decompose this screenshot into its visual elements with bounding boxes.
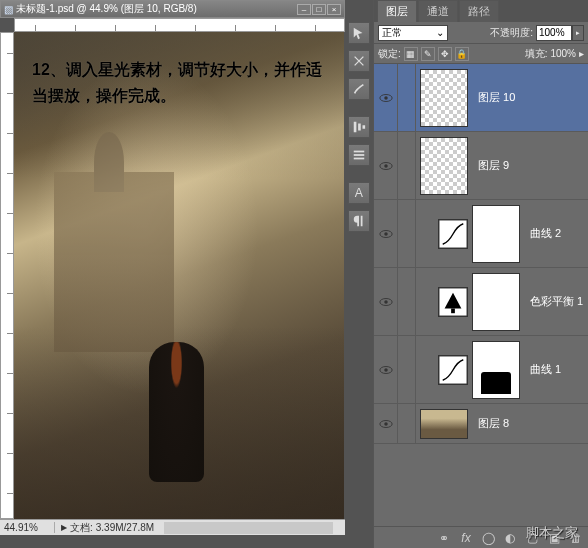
- layer-row[interactable]: 曲线 1: [374, 336, 588, 404]
- tab-channels[interactable]: 通道: [418, 0, 458, 22]
- layer-row[interactable]: 图层 8: [374, 404, 588, 444]
- canvas-instruction-text: 12、调入星光素材，调节好大小，并作适当摆放，操作完成。: [32, 57, 334, 108]
- brush-tool-icon[interactable]: [348, 78, 370, 100]
- horizontal-scrollbar[interactable]: [164, 522, 333, 534]
- visibility-toggle[interactable]: [374, 268, 398, 335]
- link-column[interactable]: [398, 404, 416, 443]
- chevron-down-icon: ⌄: [436, 27, 444, 38]
- document-statusbar: 44.91% ▶ 文档: 3.39M/27.8M: [0, 519, 345, 535]
- mask-thumbnail[interactable]: [472, 205, 520, 263]
- watermark-text: 脚本之家: [526, 524, 578, 542]
- file-info-label: 文档:: [70, 521, 93, 535]
- adjustment-icon[interactable]: [438, 355, 468, 385]
- panel-tabs: 图层 通道 路径: [374, 0, 588, 22]
- fill-arrow-icon[interactable]: ▸: [579, 48, 584, 59]
- tab-paths[interactable]: 路径: [459, 0, 499, 22]
- document-title: 未标题-1.psd @ 44.9% (图层 10, RGB/8): [16, 2, 297, 16]
- layers-panel: 图层 通道 路径 正常 ⌄ 不透明度: 100% ▸ 锁定: ▦ ✎ ✥ 🔒 填…: [373, 0, 588, 548]
- link-column[interactable]: [398, 268, 416, 335]
- link-column[interactable]: [398, 336, 416, 403]
- svg-point-22: [384, 422, 388, 426]
- layer-name[interactable]: 图层 8: [478, 416, 509, 431]
- mask-thumbnail[interactable]: [472, 273, 520, 331]
- svg-rect-4: [354, 154, 365, 156]
- panel-options-row: 正常 ⌄ 不透明度: 100% ▸: [374, 22, 588, 44]
- visibility-toggle[interactable]: [374, 64, 398, 131]
- link-column[interactable]: [398, 64, 416, 131]
- svg-point-8: [384, 96, 388, 100]
- lock-all-icon[interactable]: 🔒: [455, 47, 469, 61]
- svg-rect-1: [358, 124, 361, 131]
- svg-point-10: [384, 164, 388, 168]
- layer-name[interactable]: 曲线 2: [530, 226, 561, 241]
- align-tool-icon[interactable]: [348, 116, 370, 138]
- lock-transparency-icon[interactable]: ▦: [404, 47, 418, 61]
- opacity-input[interactable]: 100%: [536, 25, 572, 41]
- add-mask-icon[interactable]: ◯: [480, 530, 496, 546]
- link-layers-icon[interactable]: ⚭: [436, 530, 452, 546]
- visibility-toggle[interactable]: [374, 132, 398, 199]
- layer-thumbnail[interactable]: [420, 69, 468, 127]
- svg-text:A: A: [355, 186, 364, 200]
- document-titlebar: ▧ 未标题-1.psd @ 44.9% (图层 10, RGB/8) – □ ×: [0, 0, 345, 18]
- fill-input[interactable]: 100%: [550, 48, 576, 59]
- canvas-area[interactable]: 12、调入星光素材，调节好大小，并作适当摆放，操作完成。: [14, 32, 345, 519]
- adjustment-icon[interactable]: [438, 219, 468, 249]
- opacity-arrow-icon[interactable]: ▸: [572, 25, 584, 41]
- arrow-tool-icon[interactable]: [348, 22, 370, 44]
- blend-mode-value: 正常: [382, 26, 402, 40]
- layer-row[interactable]: 图层 9: [374, 132, 588, 200]
- layers-list: 图层 10 图层 9 曲线 2: [374, 64, 588, 526]
- layer-fx-icon[interactable]: fx: [458, 530, 474, 546]
- layer-name[interactable]: 色彩平衡 1: [530, 294, 583, 309]
- distribute-tool-icon[interactable]: [348, 144, 370, 166]
- layer-row[interactable]: 色彩平衡 1: [374, 268, 588, 336]
- layer-name[interactable]: 图层 9: [478, 158, 509, 173]
- fill-label: 填充:: [525, 47, 548, 61]
- blend-mode-select[interactable]: 正常 ⌄: [378, 25, 448, 41]
- vertical-ruler: [0, 32, 14, 519]
- file-info-value: 3.39M/27.8M: [96, 522, 154, 533]
- horizontal-ruler: [14, 18, 345, 32]
- paragraph-tool-icon[interactable]: [348, 210, 370, 232]
- lock-position-icon[interactable]: ✥: [438, 47, 452, 61]
- link-column[interactable]: [398, 200, 416, 267]
- tab-layers[interactable]: 图层: [377, 0, 417, 22]
- maximize-button[interactable]: □: [312, 4, 326, 15]
- canvas-image: 12、调入星光素材，调节好大小，并作适当摆放，操作完成。: [14, 32, 344, 519]
- text-tool-icon[interactable]: A: [348, 182, 370, 204]
- ps-file-icon: ▧: [4, 4, 13, 15]
- lock-paint-icon[interactable]: ✎: [421, 47, 435, 61]
- layer-row[interactable]: 图层 10: [374, 64, 588, 132]
- svg-rect-0: [354, 122, 357, 133]
- lock-label: 锁定:: [378, 47, 401, 61]
- svg-point-15: [384, 300, 388, 304]
- minimize-button[interactable]: –: [297, 4, 311, 15]
- svg-rect-3: [354, 151, 365, 153]
- document-window: ▧ 未标题-1.psd @ 44.9% (图层 10, RGB/8) – □ ×…: [0, 0, 345, 535]
- visibility-toggle[interactable]: [374, 336, 398, 403]
- side-toolbar: A: [345, 0, 373, 548]
- layer-row[interactable]: 曲线 2: [374, 200, 588, 268]
- svg-point-19: [384, 368, 388, 372]
- zoom-display[interactable]: 44.91%: [0, 522, 55, 533]
- svg-rect-17: [451, 308, 455, 313]
- visibility-toggle[interactable]: [374, 404, 398, 443]
- info-arrow-icon[interactable]: ▶: [61, 523, 67, 532]
- layer-thumbnail[interactable]: [420, 137, 468, 195]
- svg-point-12: [384, 232, 388, 236]
- adjustment-layer-icon[interactable]: ◐: [502, 530, 518, 546]
- layer-name[interactable]: 曲线 1: [530, 362, 561, 377]
- link-column[interactable]: [398, 132, 416, 199]
- layer-name[interactable]: 图层 10: [478, 90, 515, 105]
- svg-rect-2: [363, 125, 366, 129]
- svg-rect-5: [354, 158, 365, 160]
- mask-thumbnail[interactable]: [472, 341, 520, 399]
- visibility-toggle[interactable]: [374, 200, 398, 267]
- panel-lock-row: 锁定: ▦ ✎ ✥ 🔒 填充: 100% ▸: [374, 44, 588, 64]
- adjustment-icon[interactable]: [438, 287, 468, 317]
- tools-1-icon[interactable]: [348, 50, 370, 72]
- close-button[interactable]: ×: [327, 4, 341, 15]
- layer-thumbnail[interactable]: [420, 409, 468, 439]
- opacity-label: 不透明度:: [490, 26, 533, 40]
